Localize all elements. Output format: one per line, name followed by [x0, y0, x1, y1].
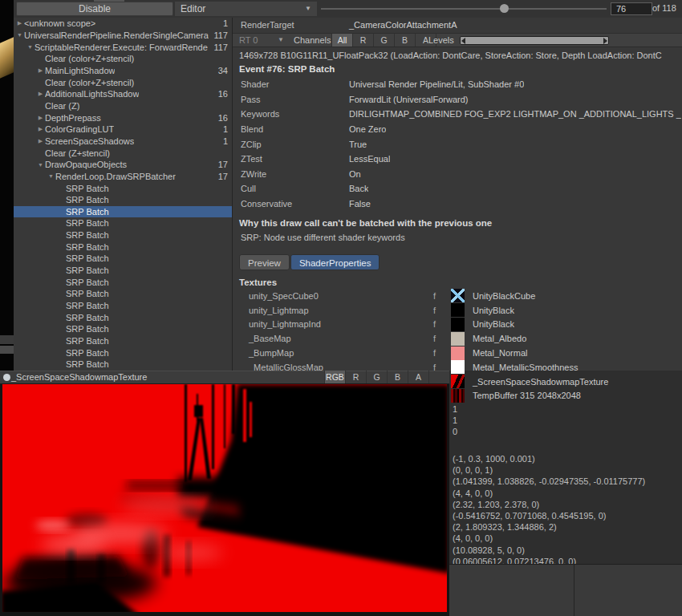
tree-row-srp-batch[interactable]: SRP Batch — [14, 300, 232, 312]
levels-max-handle[interactable] — [603, 38, 607, 44]
property-row-ztest: ZTestLessEqual — [233, 152, 682, 167]
white-thumbnail-icon[interactable] — [451, 360, 465, 374]
property-label: Shader — [233, 79, 349, 89]
tree-row-srp-batch[interactable]: SRP Batch — [14, 253, 232, 265]
chevron-right-icon[interactable]: ▶ — [36, 115, 45, 121]
tree-row-srp-batch[interactable]: SRP Batch — [14, 194, 232, 206]
rt-channel-button-r[interactable]: R — [352, 34, 373, 47]
rt-index-dropdown[interactable]: RT 0 — [239, 34, 258, 47]
tree-row-unknown-scope[interactable]: ▶<unknown scope>1 — [14, 18, 232, 30]
chevron-down-icon[interactable]: ▼ — [47, 173, 55, 179]
tree-row-screenspaceshadows[interactable]: ▶ScreenSpaceShadows1 — [14, 136, 232, 148]
normal-thumbnail-icon[interactable] — [451, 346, 465, 360]
texture-asset-name: Metal_MetallicSmoothness — [473, 363, 578, 372]
tree-row-srp-batch[interactable]: SRP Batch — [14, 217, 232, 229]
texture-flag: f — [433, 291, 446, 301]
float-value: 1 — [453, 415, 457, 426]
tree-row-label: UniversalRenderPipeline.RenderSingleCame… — [24, 30, 209, 40]
render-target-value: _CameraColorAttachmentA — [349, 20, 457, 30]
texture-property-name: _BaseMap — [233, 334, 433, 343]
vector-value: (2.32, 1.203, 2.378, 0) — [453, 499, 645, 510]
disable-button[interactable]: Disable — [16, 2, 173, 16]
tree-row-srp-batch[interactable]: SRP Batch — [14, 323, 232, 335]
chevron-right-icon[interactable]: ▶ — [15, 20, 24, 26]
property-value: On — [349, 169, 361, 179]
tree-row-mainlightshadow[interactable]: ▶MainLightShadow34 — [14, 65, 232, 77]
texture-property-name: unity_LightmapInd — [233, 319, 433, 329]
preview-title: _ScreenSpaceShadowmapTexture — [11, 371, 147, 383]
tree-row-label: SRP Batch — [66, 230, 109, 240]
tree-row-srp-batch[interactable]: SRP Batch — [14, 229, 232, 241]
preview-channel-button-b[interactable]: B — [387, 371, 408, 383]
chevron-right-icon[interactable]: ▶ — [36, 91, 45, 97]
tab-shaderproperties[interactable]: ShaderProperties — [290, 254, 380, 270]
tree-row-depthprepass[interactable]: ▶DepthPrepass16 — [14, 111, 232, 124]
tree-row-srp-batch[interactable]: SRP Batch — [14, 311, 232, 323]
black-thumbnail-icon[interactable] — [451, 303, 465, 317]
tab-preview[interactable]: Preview — [239, 254, 290, 270]
shadowmap-thumbnail-icon[interactable] — [451, 375, 465, 388]
tree-row-srp-batch[interactable]: SRP Batch — [14, 241, 232, 253]
rt-channel-button-all[interactable]: All — [331, 34, 352, 47]
tree-row-clear-z-stencil[interactable]: Clear (Z+stencil) — [14, 147, 232, 159]
tree-row-srp-batch[interactable]: SRP Batch — [14, 276, 232, 288]
tree-row-clear-color-z-stencil[interactable]: Clear (color+Z+stencil) — [14, 76, 232, 88]
tree-row-label: SRP Batch — [66, 218, 109, 228]
texture-asset-name: Metal_Normal — [473, 348, 527, 358]
chevron-right-icon[interactable]: ▶ — [36, 138, 45, 144]
tree-row-label: SRP Batch — [66, 301, 109, 310]
albedo-thumbnail-icon[interactable] — [451, 332, 465, 346]
event-tree: ▶<unknown scope>1▼UniversalRenderPipelin… — [14, 18, 233, 371]
frame-slider-handle[interactable] — [500, 4, 509, 13]
preview-channel-button-rgb[interactable]: RGB — [324, 371, 345, 383]
tempbuffer-thumbnail-icon[interactable] — [451, 389, 465, 403]
tree-row-srp-batch[interactable]: SRP Batch — [14, 359, 232, 371]
rt-channel-button-g[interactable]: G — [373, 34, 394, 47]
preview-channel-button-g[interactable]: G — [366, 371, 387, 383]
chevron-right-icon[interactable]: ▶ — [36, 67, 45, 74]
tree-row-srp-batch[interactable]: SRP Batch — [14, 265, 232, 277]
tree-row-label: SRP Batch — [66, 348, 109, 358]
chevron-down-icon[interactable]: ▼ — [15, 32, 24, 38]
black-cube-thumbnail-icon[interactable] — [451, 289, 465, 302]
chevron-right-icon[interactable]: ▶ — [36, 126, 45, 132]
tree-row-clear-z[interactable]: Clear (Z) — [14, 100, 232, 112]
vector-values-list: (-1, 0.3, 1000, 0.001)(0, 0, 0, 1)(1.041… — [453, 453, 645, 567]
tree-row-label: SRP Batch — [66, 184, 109, 193]
texture-property-name: unity_Lightmap — [233, 306, 433, 315]
tree-row-universalrenderpipeline-rendersinglecamera[interactable]: ▼UniversalRenderPipeline.RenderSingleCam… — [14, 30, 232, 42]
shader-state-properties: ShaderUniversal Render Pipeline/Lit, Sub… — [233, 77, 682, 211]
texture-flag: f — [433, 306, 446, 315]
tree-row-renderloop-drawsrpbatcher[interactable]: ▼RenderLoop.DrawSRPBatcher17 — [14, 171, 232, 183]
chevron-down-icon[interactable]: ▼ — [26, 44, 35, 50]
tree-row-srp-batch[interactable]: SRP Batch — [14, 288, 232, 300]
tree-row-scriptablerenderer-execute-forwardrende[interactable]: ▼ScriptableRenderer.Execute: ForwardRend… — [14, 41, 232, 53]
property-row-blend: BlendOne Zero — [233, 122, 682, 137]
frame-slider-track[interactable] — [321, 8, 607, 10]
target-selector-dropdown[interactable]: Editor ▼ — [175, 2, 317, 16]
property-row-zclip: ZClipTrue — [233, 136, 682, 152]
tree-row-srp-batch[interactable]: SRP Batch — [14, 206, 232, 218]
tree-row-srp-batch[interactable]: SRP Batch — [14, 182, 232, 194]
tree-row-colorgradinglut[interactable]: ▶ColorGradingLUT1 — [14, 124, 232, 136]
tree-row-srp-batch[interactable]: SRP Batch — [14, 335, 232, 347]
preview-channel-button-r[interactable]: R — [345, 371, 366, 383]
black-thumbnail-icon[interactable] — [451, 318, 465, 331]
frame-debugger-window: Disable Editor ▼ 76 of 118 ▶<unknown sco… — [0, 0, 682, 616]
property-label: ZClip — [233, 140, 349, 149]
tree-row-count: 17 — [218, 172, 232, 181]
tree-row-label: SRP Batch — [66, 207, 109, 217]
tree-row-drawopaqueobjects[interactable]: ▼DrawOpaqueObjects17 — [14, 159, 232, 171]
chevron-down-icon[interactable]: ▼ — [36, 162, 45, 168]
tree-row-srp-batch[interactable]: SRP Batch — [14, 346, 232, 359]
tree-row-count: 117 — [213, 30, 232, 40]
tree-row-clear-color-z-stencil[interactable]: Clear (color+Z+stencil) — [14, 53, 232, 65]
frame-number-field[interactable]: 76 — [611, 2, 652, 15]
rt-channel-button-b[interactable]: B — [394, 34, 415, 47]
levels-label: Levels — [428, 34, 454, 47]
vector-value: (1.041399, 1.038826, -0.02947355, -0.011… — [453, 476, 645, 487]
tree-row-additionallightsshadow[interactable]: ▶AdditionalLightsShadow16 — [14, 88, 232, 100]
levels-range-slider[interactable] — [460, 36, 609, 45]
levels-min-handle[interactable] — [461, 38, 465, 44]
preview-channel-button-a[interactable]: A — [408, 371, 429, 383]
